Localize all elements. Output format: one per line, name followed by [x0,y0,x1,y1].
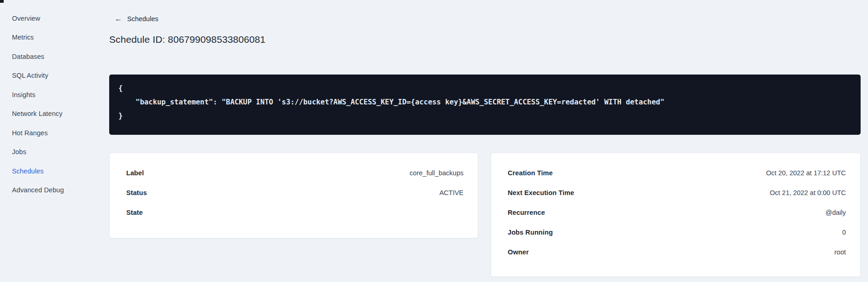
back-to-schedules-link[interactable]: ← Schedules [115,15,158,23]
summary-row-creation-time: Creation Time Oct 20, 2022 at 17:12 UTC [491,163,860,183]
row-value: root [834,248,846,256]
code-line: "backup_statement": "BACKUP INTO 's3://b… [118,95,851,109]
sidebar-item-databases[interactable]: Databases [12,47,90,66]
sidebar-item-sql-activity[interactable]: SQL Activity [12,66,90,86]
row-value: @daily [825,209,846,216]
schedule-timing-card: Creation Time Oct 20, 2022 at 17:12 UTC … [491,153,861,277]
code-line: } [118,109,851,123]
main-content: ← Schedules Schedule ID: 806799098533806… [109,0,861,282]
back-link-label: Schedules [127,15,158,23]
code-line: { [118,81,851,95]
arrow-left-icon: ← [115,15,122,23]
summary-row-owner: Owner root [491,242,860,262]
schedule-definition-code-block: { "backup_statement": "BACKUP INTO 's3:/… [109,75,861,135]
summary-row-next-execution-time: Next Execution Time Oct 21, 2022 at 0:00… [491,183,860,202]
row-value: Oct 20, 2022 at 17:12 UTC [766,169,846,177]
summary-row-status: Status ACTIVE [110,183,478,202]
sidebar-item-jobs[interactable]: Jobs [12,143,90,162]
sidebar-nav: Overview Metrics Databases SQL Activity … [0,0,90,282]
sidebar-item-schedules[interactable]: Schedules [12,161,90,181]
row-label: Next Execution Time [508,189,574,196]
sidebar-item-insights[interactable]: Insights [12,85,90,104]
sidebar-item-metrics[interactable]: Metrics [12,28,90,47]
row-label: Owner [508,248,529,256]
sidebar-item-hot-ranges[interactable]: Hot Ranges [12,123,90,143]
row-value: core_full_backups [410,169,463,177]
row-label: Jobs Running [508,229,553,236]
page-title: Schedule ID: 806799098533806081 [109,34,265,45]
row-value: 0 [842,229,846,236]
row-value: ACTIVE [440,189,463,196]
summary-row-recurrence: Recurrence @daily [491,202,860,222]
schedule-summary-card: Label core_full_backups Status ACTIVE St… [109,153,478,238]
summary-row-label: Label core_full_backups [110,163,478,183]
sidebar-item-network-latency[interactable]: Network Latency [12,104,90,124]
row-label: Creation Time [508,169,553,177]
row-label: State [126,209,143,216]
sidebar-item-overview[interactable]: Overview [12,9,90,28]
summary-row-jobs-running: Jobs Running 0 [491,222,860,242]
row-label: Recurrence [508,209,545,216]
row-label: Status [126,189,147,196]
summary-row-state: State [110,202,478,222]
sidebar-item-advanced-debug[interactable]: Advanced Debug [12,181,90,200]
row-value: Oct 21, 2022 at 0:00 UTC [770,189,846,196]
row-label: Label [126,169,144,177]
